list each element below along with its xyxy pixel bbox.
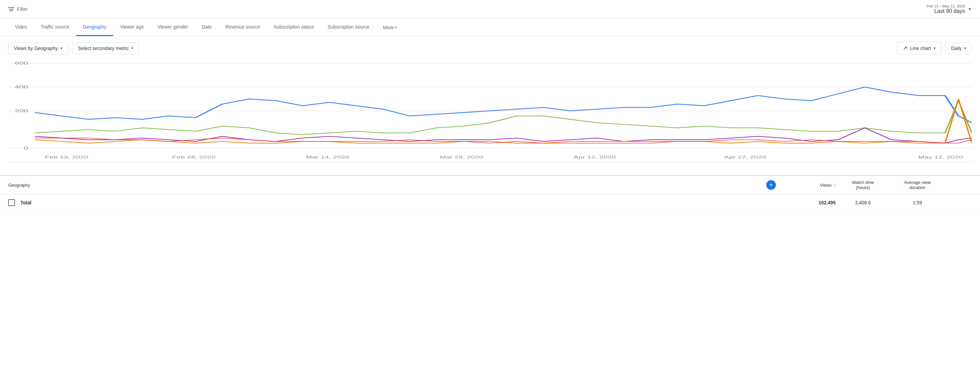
secondary-metric-arrow: ▾: [131, 46, 133, 50]
chart-area: 600 400 200 0 Feb 13, 2020 Feb 28, 2020 …: [0, 60, 980, 175]
total-row-label: Total: [21, 200, 761, 205]
add-metric-button[interactable]: +: [766, 180, 776, 190]
table-col-views: Views ↓: [781, 182, 836, 188]
watch-time-header-label: Watch time: [836, 180, 890, 185]
chart-controls-right: ↗ Line chart ▾ Daily ▾: [897, 42, 972, 54]
chart-type-arrow: ▾: [934, 46, 935, 50]
total-row-avg-duration: 1:59: [890, 200, 945, 205]
tab-geography[interactable]: Geography: [76, 19, 113, 36]
tab-more-label: More: [383, 25, 394, 30]
table-col-avg-duration: Average view duration: [890, 180, 945, 190]
table-section: Geography + Views ↓ Watch time (hours) A…: [0, 175, 980, 211]
primary-metric-arrow: ▾: [60, 46, 62, 50]
date-range-arrow: ▼: [968, 7, 972, 11]
tab-navigation: Video Traffic source Geography Viewer ag…: [0, 19, 980, 36]
tab-viewer-age[interactable]: Viewer age: [113, 19, 151, 36]
chart-type-dropdown[interactable]: ↗ Line chart ▾: [897, 42, 941, 54]
frequency-arrow: ▾: [964, 46, 966, 50]
chart-controls-left: Views by Geography ▾ Select secondary me…: [8, 43, 139, 54]
chart-controls: Views by Geography ▾ Select secondary me…: [0, 36, 980, 60]
svg-text:400: 400: [15, 85, 28, 89]
date-range-sub: Feb 13 – May 12, 2020: [927, 4, 965, 8]
filter-icon[interactable]: [8, 7, 14, 11]
chart-type-label: Line chart: [910, 46, 931, 51]
secondary-metric-label: Select secondary metric: [78, 46, 129, 51]
tab-video[interactable]: Video: [8, 19, 34, 36]
svg-text:Apr 27, 2020: Apr 27, 2020: [724, 155, 766, 160]
table-col-geography: Geography: [8, 182, 761, 188]
more-chevron-icon: ▾: [395, 25, 397, 29]
watch-time-header-sub: (hours): [836, 185, 890, 190]
svg-text:May 12, 2020: May 12, 2020: [918, 155, 963, 160]
total-row-watch-time: 3,408.6: [836, 200, 890, 205]
svg-text:600: 600: [15, 61, 28, 65]
tab-revenue-source[interactable]: Revenue source: [218, 19, 267, 36]
filter-section: Filter: [8, 6, 27, 12]
date-range-main: Last 90 days: [934, 8, 965, 14]
primary-metric-dropdown[interactable]: Views by Geography ▾: [8, 43, 68, 54]
svg-text:Mar 29, 2020: Mar 29, 2020: [440, 155, 483, 160]
date-range-picker[interactable]: Feb 13 – May 12, 2020 Last 90 days ▼: [927, 4, 972, 14]
svg-text:Apr 12, 2020: Apr 12, 2020: [574, 155, 616, 160]
frequency-dropdown[interactable]: Daily ▾: [945, 43, 972, 54]
svg-text:Mar 14, 2020: Mar 14, 2020: [306, 155, 349, 160]
avg-duration-header-sub: duration: [890, 185, 945, 190]
svg-text:Feb 13, 2020: Feb 13, 2020: [45, 155, 88, 160]
date-range-text: Feb 13 – May 12, 2020 Last 90 days: [927, 4, 965, 14]
tab-more[interactable]: More ▾: [376, 19, 404, 36]
tab-subscription-source[interactable]: Subscription source: [321, 19, 376, 36]
table-col-watch-time: Watch time (hours): [836, 180, 890, 190]
tab-traffic-source[interactable]: Traffic source: [34, 19, 76, 36]
filter-bar: Filter Feb 13 – May 12, 2020 Last 90 day…: [0, 0, 980, 19]
views-header-label: Views: [820, 182, 832, 188]
geography-header-label: Geography: [8, 182, 30, 188]
avg-duration-header-label: Average view: [890, 180, 945, 185]
svg-text:0: 0: [24, 146, 28, 150]
table-row-total: Total 102,495 3,408.6 1:59: [0, 195, 980, 211]
line-chart-icon: ↗: [903, 45, 907, 51]
table-header: Geography + Views ↓ Watch time (hours) A…: [0, 176, 980, 195]
total-row-views: 102,495: [781, 200, 836, 205]
svg-text:200: 200: [15, 108, 28, 113]
svg-text:Feb 28, 2020: Feb 28, 2020: [172, 155, 215, 160]
tab-date[interactable]: Date: [195, 19, 219, 36]
primary-metric-label: Views by Geography: [14, 46, 58, 51]
filter-label: Filter: [17, 6, 27, 12]
tab-viewer-gender[interactable]: Viewer gender: [151, 19, 195, 36]
tab-subscription-status[interactable]: Subscription status: [267, 19, 321, 36]
table-col-add: +: [761, 180, 781, 190]
frequency-label: Daily: [951, 46, 962, 51]
total-row-checkbox[interactable]: [8, 199, 15, 206]
line-chart-svg: 600 400 200 0 Feb 13, 2020 Feb 28, 2020 …: [8, 60, 972, 169]
secondary-metric-dropdown[interactable]: Select secondary metric ▾: [72, 43, 139, 54]
